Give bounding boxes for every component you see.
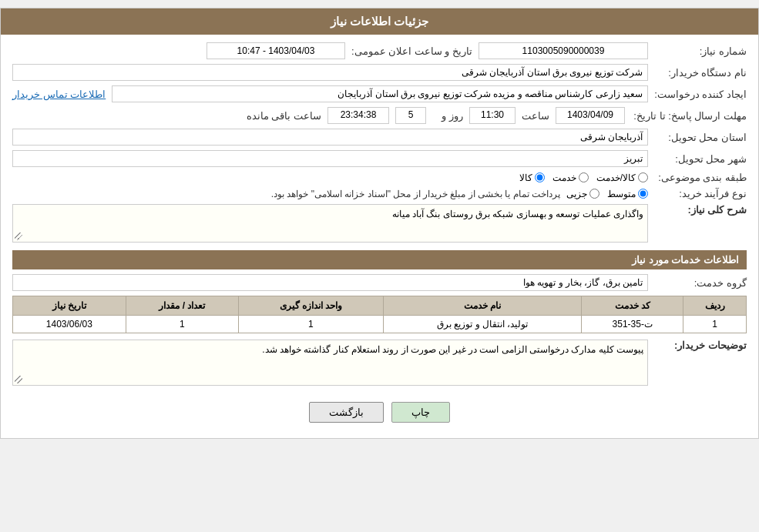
- cell-row_num: 1: [683, 316, 747, 333]
- city-row: شهر محل تحویل: تبریز: [12, 150, 747, 167]
- page-title: جزئیات اطلاعات نیاز: [331, 15, 428, 28]
- province-label: استان محل تحویل:: [654, 132, 747, 143]
- response-days-label: روز و: [432, 110, 463, 122]
- purchase-type-radio-jozee[interactable]: [589, 189, 599, 199]
- buyer-notes-row: توضیحات خریدار: پیوست کلیه مدارک درخواست…: [12, 340, 747, 386]
- category-row: طبقه بندی موضوعی: کالا/خدمت خدمت کالا: [12, 172, 747, 183]
- category-radio-kala-khedmat[interactable]: [638, 172, 648, 182]
- buyer-org-row: نام دستگاه خریدار: شرکت توزیع نیروی برق …: [12, 64, 747, 81]
- table-header-row: ردیف کد خدمت نام خدمت واحد اندازه گیری ت…: [13, 296, 747, 316]
- city-label: شهر محل تحویل:: [654, 153, 747, 165]
- buyer-org-label: نام دستگاه خریدار:: [654, 67, 747, 79]
- service-group-label: گروه خدمت:: [654, 277, 747, 289]
- response-remaining-label: ساعت باقی مانده: [247, 110, 321, 122]
- response-deadline-label: مهلت ارسال پاسخ: تا تاریخ:: [631, 110, 747, 122]
- col-date: تاریخ نیاز: [13, 296, 126, 316]
- need-number-value: 1103005090000039: [479, 42, 648, 59]
- contact-link[interactable]: اطلاعات تماس خریدار: [12, 89, 106, 100]
- cell-unit: 1: [239, 316, 384, 333]
- cell-quantity: 1: [126, 316, 238, 333]
- purchase-note: پرداخت تمام یا بخشی از مبلغ خریدار از مح…: [271, 189, 560, 199]
- city-value: تبریز: [12, 150, 648, 167]
- buyer-notes-label: توضیحات خریدار:: [654, 340, 747, 351]
- page-wrapper: جزئیات اطلاعات نیاز شماره نیاز: 11030050…: [0, 8, 759, 439]
- response-date: 1403/04/09: [556, 107, 625, 124]
- category-label-kala: کالا: [519, 172, 532, 183]
- response-remaining: 23:34:38: [327, 107, 389, 124]
- buyer-org-value: شرکت توزیع نیروی برق استان آذربایجان شرق…: [12, 64, 648, 81]
- purchase-type-row: نوع فرآیند خرید: متوسط جزیی پرداخت تمام …: [12, 188, 747, 199]
- back-button[interactable]: بازگشت: [309, 402, 384, 423]
- province-row: استان محل تحویل: آذربایجان شرقی: [12, 129, 747, 146]
- col-service-code: کد خدمت: [582, 296, 683, 316]
- purchase-type-label-motavasset: متوسط: [607, 189, 636, 199]
- cell-service_code: ت-35-351: [582, 316, 683, 333]
- response-deadline-row: مهلت ارسال پاسخ: تا تاریخ: 1403/04/09 سا…: [12, 107, 747, 124]
- response-time: 11:30: [469, 107, 516, 124]
- col-quantity: تعداد / مقدار: [126, 296, 238, 316]
- buyer-notes-resize-handle[interactable]: [15, 376, 22, 383]
- need-description-row: شرح کلی نیاز: واگذاری عملیات توسعه و بهس…: [12, 204, 747, 243]
- buyer-notes-box: پیوست کلیه مدارک درخواستی الزامی است در …: [12, 340, 648, 386]
- category-option-khedmat[interactable]: خدمت: [552, 172, 589, 183]
- cell-date: 1403/06/03: [13, 316, 126, 333]
- purchase-type-radio-group: متوسط جزیی: [566, 189, 648, 199]
- col-service-name: نام خدمت: [383, 296, 581, 316]
- content-area: شماره نیاز: 1103005090000039 تاریخ و ساع…: [1, 35, 758, 438]
- purchase-type-label-jozee: جزیی: [566, 189, 587, 199]
- print-button[interactable]: چاپ: [391, 402, 450, 423]
- table-row: 1ت-35-351تولید، انتقال و توزیع برق111403…: [13, 316, 747, 333]
- category-radio-khedmat[interactable]: [579, 172, 589, 182]
- cell-service_name: تولید، انتقال و توزیع برق: [383, 316, 581, 333]
- category-label-kala-khedmat: کالا/خدمت: [596, 172, 636, 183]
- creator-label: ایجاد کننده درخواست:: [654, 89, 747, 100]
- category-option-kala-khedmat[interactable]: کالا/خدمت: [596, 172, 648, 183]
- action-buttons-area: چاپ بازگشت: [12, 390, 747, 430]
- need-description-box: واگذاری عملیات توسعه و بهسازی شبکه برق ر…: [12, 204, 648, 243]
- need-description-value: واگذاری عملیات توسعه و بهسازی شبکه برق ر…: [392, 209, 643, 219]
- purchase-type-option-jozee[interactable]: جزیی: [566, 189, 599, 199]
- category-radio-kala[interactable]: [535, 172, 545, 182]
- purchase-type-label: نوع فرآیند خرید:: [654, 188, 747, 199]
- col-rownum: ردیف: [683, 296, 747, 316]
- resize-handle[interactable]: [15, 233, 22, 240]
- col-unit: واحد اندازه گیری: [239, 296, 384, 316]
- services-section-title: اطلاعات خدمات مورد نیاز: [12, 250, 747, 269]
- services-table: ردیف کد خدمت نام خدمت واحد اندازه گیری ت…: [12, 296, 747, 333]
- purchase-type-radio-motavasset[interactable]: [638, 189, 648, 199]
- page-header: جزئیات اطلاعات نیاز: [1, 8, 758, 35]
- category-option-kala[interactable]: کالا: [519, 172, 545, 183]
- category-label: طبقه بندی موضوعی:: [654, 172, 747, 183]
- need-number-row: شماره نیاز: 1103005090000039 تاریخ و ساع…: [12, 42, 747, 59]
- response-time-label: ساعت: [522, 110, 549, 122]
- category-radio-group: کالا/خدمت خدمت کالا: [519, 172, 648, 183]
- category-label-khedmat: خدمت: [552, 172, 576, 183]
- buyer-notes-value: پیوست کلیه مدارک درخواستی الزامی است در …: [262, 344, 643, 355]
- service-group-row: گروه خدمت: تامین برق، گاز، بخار و تهویه …: [12, 274, 747, 291]
- need-number-label: شماره نیاز:: [654, 45, 747, 57]
- announce-datetime-label: تاریخ و ساعت اعلان عمومی:: [351, 45, 472, 57]
- province-value: آذربایجان شرقی: [12, 129, 648, 146]
- response-days: 5: [395, 107, 426, 124]
- creator-row: ایجاد کننده درخواست: سعید زارعی کارشناس …: [12, 85, 747, 102]
- service-group-value: تامین برق، گاز، بخار و تهویه هوا: [12, 274, 648, 291]
- purchase-type-option-motavasset[interactable]: متوسط: [607, 189, 648, 199]
- creator-value: سعید زارعی کارشناس مناقصه و مزیده شرکت ت…: [112, 85, 648, 102]
- announce-datetime-value: 1403/04/03 - 10:47: [207, 42, 345, 59]
- need-description-label: شرح کلی نیاز:: [654, 204, 747, 216]
